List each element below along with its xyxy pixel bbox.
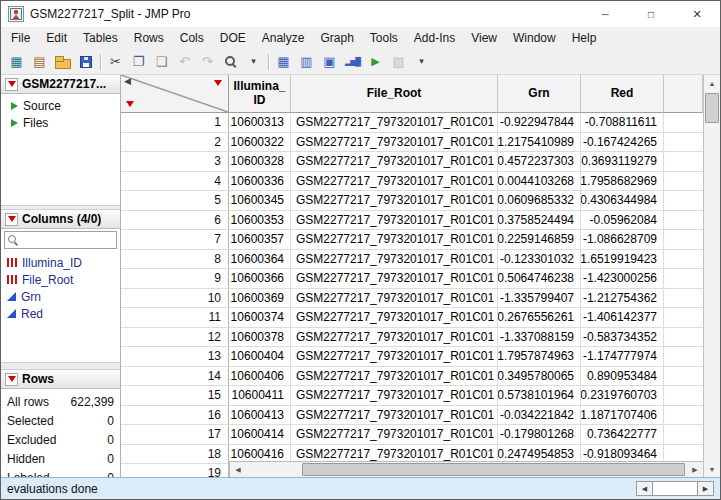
cell-illumina-id[interactable]: 10600364 [229, 250, 291, 270]
cell-grn[interactable]: -0.123301032 [498, 250, 581, 270]
cell-illumina-id[interactable]: 10600336 [229, 172, 291, 192]
cell-red[interactable]: -0.167424265 [581, 133, 664, 153]
row-number-cell[interactable]: 12 [121, 328, 229, 348]
menu-item[interactable]: Rows [126, 28, 172, 48]
row-number-cell[interactable]: 11 [121, 308, 229, 328]
row-number-cell[interactable]: 6 [121, 211, 229, 231]
cell-grn[interactable]: 0.2259146859 [498, 230, 581, 250]
cell-file-root[interactable]: GSM2277217_7973201017_R01C01 [291, 328, 498, 348]
row-number-cell[interactable]: 15 [121, 386, 229, 406]
cell-illumina-id[interactable]: 10600328 [229, 152, 291, 172]
column-list-item[interactable]: Red [1, 305, 120, 322]
cell-grn[interactable]: -0.922947844 [498, 113, 581, 133]
cell-grn[interactable]: -1.337088159 [498, 328, 581, 348]
rows-menu-icon[interactable] [5, 373, 18, 386]
cell-illumina-id[interactable]: 10600353 [229, 211, 291, 231]
cell-red[interactable]: 0.2319760703 [581, 386, 664, 406]
cell-red[interactable]: -1.212754362 [581, 289, 664, 309]
cut-button[interactable]: ✂ [104, 51, 127, 73]
status-scrollbar[interactable]: ◀ ▶ [636, 481, 714, 496]
menu-item[interactable]: Help [564, 28, 605, 48]
column-list-item[interactable]: Illumina_ID [1, 254, 120, 271]
row-number-cell[interactable]: 19 [121, 464, 229, 477]
row-number-cell[interactable]: 3 [121, 152, 229, 172]
horizontal-scroll-thumb[interactable] [302, 463, 685, 476]
row-number-cell[interactable]: 4 [121, 172, 229, 192]
cell-grn[interactable]: 0.5738101964 [498, 386, 581, 406]
cell-grn[interactable]: 1.2175410989 [498, 133, 581, 153]
cell-file-root[interactable]: GSM2277217_7973201017_R01C01 [291, 269, 498, 289]
format-button[interactable]: ▧ [387, 51, 410, 73]
menu-item[interactable]: Tables [75, 28, 126, 48]
cell-illumina-id[interactable]: 10600378 [229, 328, 291, 348]
column-header-red[interactable]: Red [581, 75, 664, 113]
new-journal-button[interactable]: ▤ [28, 51, 51, 73]
minimize-button[interactable]: ─ [582, 1, 628, 27]
zoom-dropdown[interactable]: ▾ [242, 51, 265, 73]
cell-file-root[interactable]: GSM2277217_7973201017_R01C01 [291, 367, 498, 387]
cell-file-root[interactable]: GSM2277217_7973201017_R01C01 [291, 347, 498, 367]
columns-search-input[interactable] [22, 234, 113, 246]
cell-file-root[interactable]: GSM2277217_7973201017_R01C01 [291, 308, 498, 328]
undo-button[interactable]: ↶ [173, 51, 196, 73]
new-data-table-button[interactable]: ▦ [5, 51, 28, 73]
redo-button[interactable]: ↷ [196, 51, 219, 73]
scroll-up-icon[interactable]: ▲ [704, 75, 720, 91]
cell-file-root[interactable]: GSM2277217_7973201017_R01C01 [291, 113, 498, 133]
row-number-cell[interactable]: 18 [121, 445, 229, 465]
cell-illumina-id[interactable]: 10600411 [229, 386, 291, 406]
cell-grn[interactable]: 0.0044103268 [498, 172, 581, 192]
cell-file-root[interactable]: GSM2277217_7973201017_R01C01 [291, 386, 498, 406]
status-scroll-left-icon[interactable]: ◀ [636, 481, 653, 496]
menu-item[interactable]: Graph [312, 28, 361, 48]
row-number-cell[interactable]: 2 [121, 133, 229, 153]
cell-illumina-id[interactable]: 10600322 [229, 133, 291, 153]
cell-illumina-id[interactable]: 10600414 [229, 425, 291, 445]
menu-item[interactable]: DOE [212, 28, 254, 48]
row-number-cell[interactable]: 8 [121, 250, 229, 270]
cell-grn[interactable]: 0.5064746238 [498, 269, 581, 289]
row-number-cell[interactable]: 1 [121, 113, 229, 133]
cell-file-root[interactable]: GSM2277217_7973201017_R01C01 [291, 250, 498, 270]
horizontal-scroll-track[interactable] [246, 462, 687, 477]
split-table-button[interactable]: ▥ [295, 51, 318, 73]
zoom-button[interactable] [219, 51, 242, 73]
table-menu-icon[interactable] [5, 78, 18, 91]
cell-illumina-id[interactable]: 10600374 [229, 308, 291, 328]
cell-illumina-id[interactable]: 10600413 [229, 406, 291, 426]
cell-grn[interactable]: 0.0609685332 [498, 191, 581, 211]
sort-columns-button[interactable]: ▂▅█ [341, 51, 364, 73]
cell-red[interactable]: 1.1871707406 [581, 406, 664, 426]
cell-file-root[interactable]: GSM2277217_7973201017_R01C01 [291, 406, 498, 426]
cell-illumina-id[interactable]: 10600357 [229, 230, 291, 250]
horizontal-scrollbar[interactable]: ◀ ▶ [229, 461, 703, 477]
cell-grn[interactable]: -0.034221842 [498, 406, 581, 426]
vertical-scroll-thumb[interactable] [705, 93, 719, 123]
panel-splitter[interactable] [1, 362, 120, 370]
menu-item[interactable]: Window [505, 28, 564, 48]
row-number-cell[interactable]: 7 [121, 230, 229, 250]
vertical-scroll-track[interactable] [704, 91, 720, 461]
row-number-cell[interactable]: 17 [121, 425, 229, 445]
cell-red[interactable]: -0.583734352 [581, 328, 664, 348]
menu-item[interactable]: View [463, 28, 505, 48]
column-list-item[interactable]: Grn [1, 288, 120, 305]
cell-file-root[interactable]: GSM2277217_7973201017_R01C01 [291, 133, 498, 153]
scroll-right-icon[interactable]: ▶ [687, 462, 703, 477]
cell-illumina-id[interactable]: 10600313 [229, 113, 291, 133]
columns-corner-menu-icon[interactable] [214, 80, 222, 86]
cell-red[interactable]: -1.174777974 [581, 347, 664, 367]
cell-file-root[interactable]: GSM2277217_7973201017_R01C01 [291, 152, 498, 172]
menu-item[interactable]: Tools [362, 28, 406, 48]
cell-file-root[interactable]: GSM2277217_7973201017_R01C01 [291, 211, 498, 231]
column-header-grn[interactable]: Grn [498, 75, 581, 113]
menu-item[interactable]: Analyze [254, 28, 313, 48]
copy-button[interactable]: ❐ [127, 51, 150, 73]
rows-stat-row[interactable]: Excluded 0 [1, 430, 120, 449]
save-button[interactable] [74, 51, 97, 73]
cell-grn[interactable]: 0.3495780065 [498, 367, 581, 387]
cell-red[interactable]: 1.6519919423 [581, 250, 664, 270]
status-scroll-right-icon[interactable]: ▶ [697, 481, 714, 496]
close-button[interactable]: ✕ [674, 1, 720, 27]
cell-red[interactable]: -1.423000256 [581, 269, 664, 289]
